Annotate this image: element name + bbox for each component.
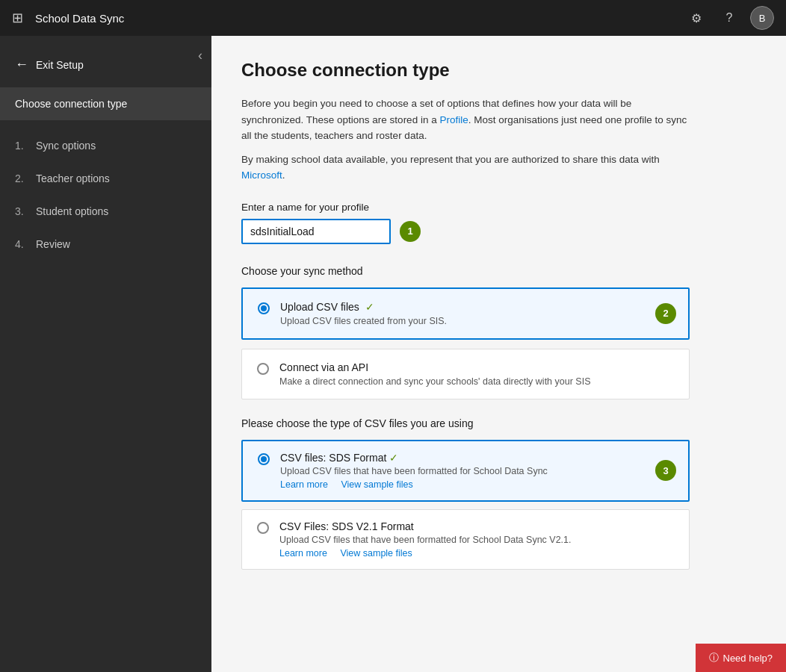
topbar: ⊞ School Data Sync ⚙ ? B <box>0 0 786 36</box>
sidebar-collapse-button[interactable]: ‹ <box>198 48 202 63</box>
connect-api-title: Connect via an API <box>279 361 674 373</box>
app-title: School Data Sync <box>35 12 684 25</box>
csv-type-section: Please choose the type of CSV files you … <box>241 417 756 570</box>
microsoft-link[interactable]: Microsoft <box>241 169 282 181</box>
sds-v21-title: CSV Files: SDS V2.1 Format <box>279 520 674 532</box>
settings-icon[interactable]: ⚙ <box>684 6 708 30</box>
upload-csv-title: Upload CSV files ✓ <box>280 301 673 313</box>
connect-api-content: Connect via an API Make a direct connect… <box>279 361 674 387</box>
profile-name-input[interactable] <box>241 219 391 244</box>
sds-format-title: CSV files: SDS Format ✓ <box>280 452 673 464</box>
profile-name-row: 1 <box>241 219 756 244</box>
sidebar-step-student-options[interactable]: 3.Student options <box>0 195 211 228</box>
sds-v21-learn-more-link[interactable]: Learn more <box>279 548 327 559</box>
sds-format-desc: Upload CSV files that have been formatte… <box>280 466 673 476</box>
upload-csv-content: Upload CSV files ✓ Upload CSV files crea… <box>280 301 673 326</box>
need-help-label: Need help? <box>723 653 773 664</box>
main-layout: ‹ ← Exit Setup Choose connection type 1.… <box>0 36 786 672</box>
grid-icon[interactable]: ⊞ <box>12 10 23 26</box>
sds-v21-radio[interactable] <box>257 522 269 534</box>
step-badge-1: 1 <box>400 221 421 242</box>
help-icon[interactable]: ? <box>717 6 741 30</box>
upload-csv-option[interactable]: Upload CSV files ✓ Upload CSV files crea… <box>241 287 690 340</box>
sync-method-label: Choose your sync method <box>241 265 756 277</box>
sidebar: ‹ ← Exit Setup Choose connection type 1.… <box>0 36 211 672</box>
exit-setup-button[interactable]: ← Exit Setup <box>0 42 211 87</box>
connect-api-radio[interactable] <box>257 363 269 375</box>
sds-v21-links: Learn more View sample files <box>279 548 674 559</box>
sidebar-current-item: Choose connection type <box>0 87 211 120</box>
need-help-button[interactable]: ⓘ Need help? <box>696 644 787 672</box>
sds-v21-desc: Upload CSV files that have been formatte… <box>279 535 674 545</box>
need-help-icon: ⓘ <box>709 651 719 665</box>
sds-format-content: CSV files: SDS Format ✓ Upload CSV files… <box>280 452 673 490</box>
sds-check: ✓ <box>389 452 398 464</box>
avatar[interactable]: B <box>750 6 774 30</box>
sidebar-step-teacher-options[interactable]: 2.Teacher options <box>0 162 211 195</box>
sds-v21-option[interactable]: CSV Files: SDS V2.1 Format Upload CSV fi… <box>241 509 690 570</box>
sds-v21-content: CSV Files: SDS V2.1 Format Upload CSV fi… <box>279 520 674 559</box>
sds-learn-more-link[interactable]: Learn more <box>280 479 328 490</box>
sds-sample-files-link[interactable]: View sample files <box>341 479 412 490</box>
auth-text: By making school data available, you rep… <box>241 152 690 184</box>
sidebar-step-sync-options[interactable]: 1.Sync options <box>0 129 211 162</box>
sds-format-option[interactable]: CSV files: SDS Format ✓ Upload CSV files… <box>241 440 690 502</box>
sds-v21-sample-files-link[interactable]: View sample files <box>340 548 412 559</box>
exit-setup-label: Exit Setup <box>36 59 84 71</box>
content-area: Choose connection type Before you begin … <box>211 36 786 672</box>
profile-link[interactable]: Profile <box>439 114 468 125</box>
sidebar-steps: 1.Sync options2.Teacher options3.Student… <box>0 120 211 270</box>
upload-csv-desc: Upload CSV files created from your SIS. <box>280 316 673 326</box>
intro-text: Before you begin you need to choose a se… <box>241 96 690 144</box>
topbar-icons: ⚙ ? B <box>684 6 774 30</box>
sds-format-links: Learn more View sample files <box>280 479 673 490</box>
step-badge-3: 3 <box>655 460 676 481</box>
connect-api-desc: Make a direct connection and sync your s… <box>279 376 674 387</box>
sds-format-radio[interactable] <box>258 453 270 465</box>
exit-arrow-icon: ← <box>15 57 28 72</box>
sidebar-step-review[interactable]: 4.Review <box>0 228 211 261</box>
connect-api-option[interactable]: Connect via an API Make a direct connect… <box>241 349 690 399</box>
step-badge-2: 2 <box>655 303 676 324</box>
page-title: Choose connection type <box>241 60 756 81</box>
upload-csv-check: ✓ <box>365 301 374 313</box>
csv-type-label: Please choose the type of CSV files you … <box>241 417 756 429</box>
upload-csv-radio[interactable] <box>258 302 270 314</box>
profile-name-label: Enter a name for your profile <box>241 202 756 213</box>
